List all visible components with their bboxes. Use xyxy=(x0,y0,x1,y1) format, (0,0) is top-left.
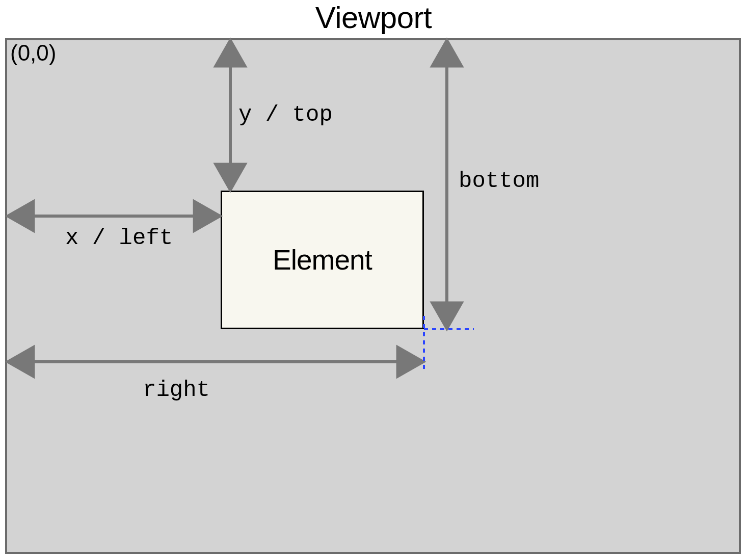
label-bottom: bottom xyxy=(459,168,539,194)
element-box: Element xyxy=(221,191,424,329)
viewport-title: Viewport xyxy=(0,0,747,35)
label-right: right xyxy=(143,377,210,403)
diagram-stage: Viewport (0,0) Element y / top x / left … xyxy=(0,0,747,560)
element-label: Element xyxy=(273,244,372,276)
label-x-left: x / left xyxy=(65,225,173,251)
label-y-top: y / top xyxy=(238,102,333,127)
origin-label: (0,0) xyxy=(10,40,56,66)
